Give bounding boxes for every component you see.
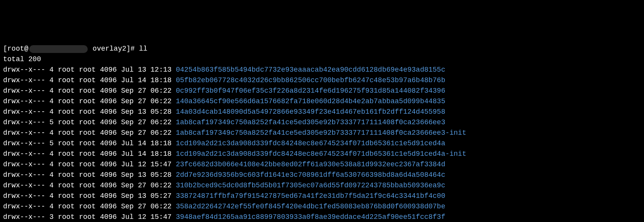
directory-name: 3948aef84d1265aa91c88997803933a0f8ae39ed… [176, 213, 445, 221]
prompt-suffix: overlay2]# [88, 44, 139, 54]
file-meta: drwx--x--- 5 root root 4096 Jul 14 18:18 [3, 139, 176, 147]
list-row: drwx--x--- 4 root root 4096 Jul 13 12:13… [3, 65, 641, 75]
command-text: ll [139, 44, 147, 54]
directory-name: 140a36645cf90e566d6a1576682fa718e060d28d… [176, 97, 445, 105]
terminal-output: [root@ overlay2]# lltotal 200drwx--x--- … [3, 44, 641, 222]
directory-name: 14a03d4cab148090d5a54972866e93349f23e41d… [176, 108, 445, 116]
file-meta: drwx--x--- 5 root root 4096 Sep 27 06:22 [3, 118, 176, 126]
file-meta: drwx--x--- 4 root root 4096 Jul 12 15:47 [3, 160, 176, 168]
list-row: drwx--x--- 4 root root 4096 Sep 13 05:28… [3, 107, 641, 117]
directory-name: 05fb82eb067728c4032d26c9bb862506cc700beb… [176, 76, 445, 84]
list-row: drwx--x--- 4 root root 4096 Jul 14 18:18… [3, 75, 641, 86]
file-meta: drwx--x--- 4 root root 4096 Jul 14 18:18 [3, 150, 176, 158]
list-row: drwx--x--- 5 root root 4096 Sep 27 06:22… [3, 117, 641, 128]
directory-name: 0c992ff3b0f947f06ef35c3f226a8d2314fe6d19… [176, 87, 445, 95]
list-row: drwx--x--- 4 root root 4096 Sep 27 06:22… [3, 201, 641, 212]
directory-name: 1ab8caf197349c750a8252fa41ce5ed305e92b73… [176, 118, 445, 126]
list-row: drwx--x--- 4 root root 4096 Sep 27 06:22… [3, 128, 641, 138]
directory-name: 2dd7e9236d9356b9c603fd1641e3c708961dff6a… [176, 171, 445, 179]
file-meta: drwx--x--- 3 root root 4096 Jul 12 15:47 [3, 213, 176, 221]
prompt-prefix: [root@ [3, 44, 28, 54]
directory-name: 04254b863f585b5494bdc7732e93eaaacab42ea9… [176, 66, 445, 74]
file-meta: drwx--x--- 4 root root 4096 Sep 27 06:22 [3, 203, 176, 210]
prompt-line: [root@ overlay2]# ll [3, 44, 641, 54]
list-row: drwx--x--- 4 root root 4096 Jul 12 15:47… [3, 159, 641, 170]
list-row: drwx--x--- 4 root root 4096 Sep 13 05:28… [3, 170, 641, 180]
file-meta: drwx--x--- 4 root root 4096 Sep 27 06:22 [3, 181, 176, 189]
directory-name: 358a2d22642742ef55fe0f845f420e4dbc1fed58… [176, 203, 445, 210]
directory-name: 23fc6682d3b066e4108e42bbe8ed02ff61a930e5… [176, 160, 445, 168]
list-row: drwx--x--- 4 root root 4096 Sep 27 06:22… [3, 96, 641, 107]
hostname-redacted [29, 45, 88, 53]
list-row: drwx--x--- 4 root root 4096 Sep 27 06:22… [3, 86, 641, 96]
directory-name: 310b2bced9c5dc0d8fb5d5b01f7305ec07a6d55f… [176, 181, 445, 189]
listing-rows: drwx--x--- 4 root root 4096 Jul 13 12:13… [3, 65, 641, 222]
list-row: drwx--x--- 4 root root 4096 Sep 13 05:27… [3, 191, 641, 201]
list-row: drwx--x--- 3 root root 4096 Jul 12 15:47… [3, 212, 641, 222]
file-meta: drwx--x--- 4 root root 4096 Jul 14 18:18 [3, 76, 176, 84]
directory-name: 1ab8caf197349c750a8252fa41ce5ed305e92b73… [176, 129, 466, 137]
directory-name: 1cd109a2d21c3da908d339fdc84248ec8e674523… [176, 139, 445, 147]
file-meta: drwx--x--- 4 root root 4096 Sep 27 06:22 [3, 97, 176, 105]
file-meta: drwx--x--- 4 root root 4096 Sep 27 06:22 [3, 129, 176, 137]
file-meta: drwx--x--- 4 root root 4096 Sep 13 05:27 [3, 192, 176, 200]
file-meta: drwx--x--- 4 root root 4096 Sep 13 05:28 [3, 171, 176, 179]
list-row: drwx--x--- 5 root root 4096 Jul 14 18:18… [3, 138, 641, 149]
directory-name: 338724871ffbfa79f915427875ed67a41f2e31db… [176, 192, 445, 200]
list-row: drwx--x--- 4 root root 4096 Sep 27 06:22… [3, 180, 641, 191]
file-meta: drwx--x--- 4 root root 4096 Sep 27 06:22 [3, 87, 176, 95]
file-meta: drwx--x--- 4 root root 4096 Sep 13 05:28 [3, 108, 176, 116]
directory-name: 1cd109a2d21c3da908d339fdc84248ec8e674523… [176, 150, 466, 158]
total-line: total 200 [3, 54, 641, 65]
file-meta: drwx--x--- 4 root root 4096 Jul 13 12:13 [3, 66, 176, 74]
list-row: drwx--x--- 4 root root 4096 Jul 14 18:18… [3, 149, 641, 159]
